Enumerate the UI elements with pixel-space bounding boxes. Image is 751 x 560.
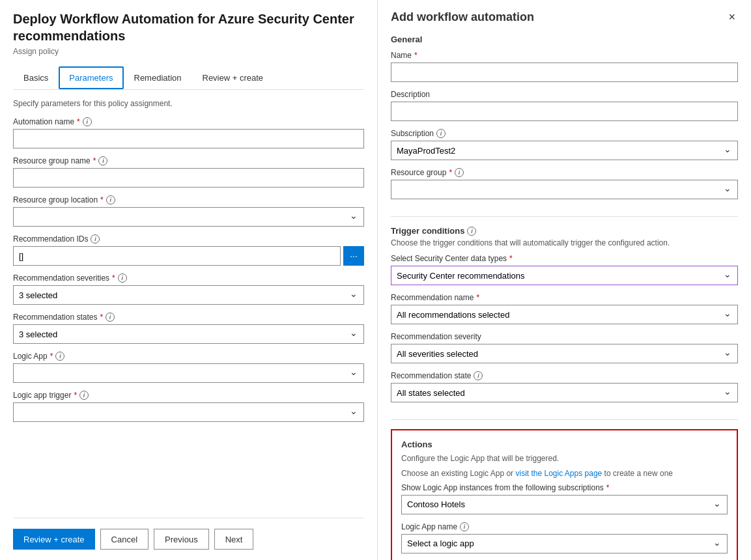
page-title: Deploy Workflow Automation for Azure Sec… xyxy=(13,10,364,44)
recommendation-name-group: Recommendation name * All recommendation… xyxy=(391,293,738,324)
recommendation-ids-info-icon[interactable]: i xyxy=(91,234,100,244)
logic-app-group: Logic App * i xyxy=(13,352,364,383)
actions-section: Actions Configure the Logic App that wil… xyxy=(391,429,738,560)
resource-group-location-select[interactable] xyxy=(13,207,364,227)
trigger-conditions-desc: Choose the trigger conditions that will … xyxy=(391,238,738,247)
recommendation-name-label: Recommendation name * xyxy=(391,293,738,302)
section-description: Specify parameters for this policy assig… xyxy=(13,99,364,108)
automation-name-info-icon[interactable]: i xyxy=(83,117,92,126)
show-subscriptions-label: Show Logic App instances from the follow… xyxy=(401,483,728,492)
trigger-conditions-section: Trigger conditions i Choose the trigger … xyxy=(391,226,738,410)
actions-desc2: Choose an existing Logic App or visit th… xyxy=(401,468,728,479)
resource-group-group: Resource group * i xyxy=(391,168,738,199)
subscription-info-icon[interactable]: i xyxy=(436,129,446,138)
resource-group-name-input[interactable] xyxy=(13,168,364,188)
trigger-conditions-info-icon[interactable]: i xyxy=(467,227,476,236)
recommendation-ids-input[interactable] xyxy=(13,246,341,266)
resource-group-location-label: Resource group location * i xyxy=(13,195,364,204)
required-star: * xyxy=(77,117,80,126)
recommendation-state-group: Recommendation state i All states select… xyxy=(391,371,738,402)
recommendation-state-info-icon[interactable]: i xyxy=(474,371,483,380)
bottom-bar: Review + create Cancel Previous Next xyxy=(13,518,364,550)
resource-group-name-info-icon[interactable]: i xyxy=(98,156,107,165)
logic-app-name-info-icon[interactable]: i xyxy=(460,522,469,531)
required-star: * xyxy=(476,293,479,302)
logic-app-trigger-group: Logic app trigger * i xyxy=(13,391,364,422)
required-star: * xyxy=(509,254,513,263)
general-section-header: General xyxy=(391,35,738,44)
left-panel: Deploy Workflow Automation for Azure Sec… xyxy=(0,0,378,560)
resource-group-info-icon[interactable]: i xyxy=(455,168,464,177)
previous-button[interactable]: Previous xyxy=(154,529,209,550)
logic-app-trigger-info-icon[interactable]: i xyxy=(79,391,89,400)
recommendation-ids-group: Recommendation IDs i ··· xyxy=(13,234,364,266)
automation-name-label: Automation name * i xyxy=(13,117,364,126)
recommendation-states-label: Recommendation states * i xyxy=(13,313,364,322)
trigger-conditions-header: Trigger conditions i xyxy=(391,226,738,236)
recommendation-states-info-icon[interactable]: i xyxy=(106,313,115,322)
panel-header: Add workflow automation × xyxy=(391,10,738,24)
right-panel: Add workflow automation × General Name *… xyxy=(378,0,751,560)
close-button[interactable]: × xyxy=(726,10,738,24)
logic-apps-link[interactable]: visit the Logic Apps page xyxy=(515,469,602,478)
recommendation-severity-label: Recommendation severity xyxy=(391,332,738,341)
resource-group-name-group: Resource group name * i xyxy=(13,156,364,188)
resource-group-select[interactable] xyxy=(391,180,738,199)
logic-app-trigger-select[interactable] xyxy=(13,402,364,422)
divider2 xyxy=(391,419,738,420)
review-create-button[interactable]: Review + create xyxy=(13,529,95,550)
tabs: Basics Parameters Remediation Review + c… xyxy=(13,66,364,90)
required-star: * xyxy=(50,352,53,361)
recommendation-state-select[interactable]: All states selected xyxy=(391,383,738,402)
recommendation-severities-group: Recommendation severities * i 3 selected xyxy=(13,273,364,305)
subscriptions-select[interactable]: Contoso Hotels xyxy=(401,495,728,514)
recommendation-name-select[interactable]: All recommendations selected xyxy=(391,305,738,324)
subscription-select[interactable]: MayaProdTest2 xyxy=(391,141,738,160)
recommendation-severities-info-icon[interactable]: i xyxy=(118,273,127,283)
next-button[interactable]: Next xyxy=(214,529,254,550)
logic-app-select[interactable] xyxy=(13,363,364,383)
actions-desc1: Configure the Logic App that will be tri… xyxy=(401,453,728,464)
logic-app-name-label: Logic App name i xyxy=(401,522,728,531)
automation-name-input[interactable] xyxy=(13,129,364,148)
resource-group-label: Resource group * i xyxy=(391,168,738,177)
logic-app-name-select[interactable]: Select a logic app xyxy=(401,534,728,553)
automation-name-group: Automation name * i xyxy=(13,117,364,148)
required-star: * xyxy=(414,51,418,60)
tab-basics[interactable]: Basics xyxy=(13,66,59,89)
resource-group-name-label: Resource group name * i xyxy=(13,156,364,165)
subscription-group: Subscription i MayaProdTest2 xyxy=(391,129,738,160)
show-subscriptions-group: Show Logic App instances from the follow… xyxy=(401,483,728,514)
recommendation-ids-browse-btn[interactable]: ··· xyxy=(343,246,364,266)
name-input[interactable] xyxy=(391,63,738,82)
recommendation-severity-group: Recommendation severity All severities s… xyxy=(391,332,738,363)
logic-app-label: Logic App * i xyxy=(13,352,364,361)
data-types-label: Select Security Center data types * xyxy=(391,254,738,263)
required-star: * xyxy=(74,391,77,400)
recommendation-states-group: Recommendation states * i 3 selected xyxy=(13,313,364,344)
recommendation-severities-label: Recommendation severities * i xyxy=(13,273,364,283)
recommendation-states-select[interactable]: 3 selected xyxy=(13,324,364,344)
description-input[interactable] xyxy=(391,102,738,121)
recommendation-severity-select[interactable]: All severities selected xyxy=(391,344,738,363)
data-types-select[interactable]: Security Center recommendations xyxy=(391,266,738,285)
recommendation-severities-select[interactable]: 3 selected xyxy=(13,285,364,305)
required-star: * xyxy=(449,168,452,177)
required-star: * xyxy=(100,195,104,204)
tab-review-create[interactable]: Review + create xyxy=(192,66,274,89)
required-star: * xyxy=(112,273,115,283)
recommendation-ids-label: Recommendation IDs i xyxy=(13,234,364,244)
description-label: Description xyxy=(391,90,738,99)
tab-remediation[interactable]: Remediation xyxy=(124,66,192,89)
tab-parameters[interactable]: Parameters xyxy=(59,66,123,89)
data-types-group: Select Security Center data types * Secu… xyxy=(391,254,738,285)
resource-group-location-info-icon[interactable]: i xyxy=(106,195,115,204)
name-label: Name * xyxy=(391,51,738,60)
cancel-button[interactable]: Cancel xyxy=(100,529,149,550)
divider1 xyxy=(391,216,738,217)
description-group: Description xyxy=(391,90,738,121)
required-star: * xyxy=(93,156,96,165)
resource-group-location-group: Resource group location * i xyxy=(13,195,364,227)
subscription-label: Subscription i xyxy=(391,129,738,138)
logic-app-info-icon[interactable]: i xyxy=(55,352,64,361)
